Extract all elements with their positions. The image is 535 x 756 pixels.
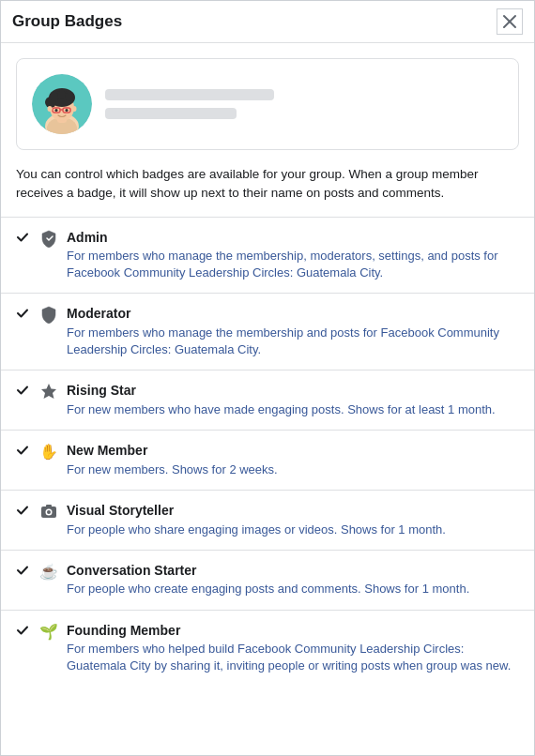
rising-star-icon bbox=[37, 382, 61, 405]
svg-point-12 bbox=[65, 92, 74, 101]
badge-content-conversation-starter: Conversation StarterFor people who creat… bbox=[67, 562, 519, 598]
badge-content-visual-storyteller: Visual StorytellerFor people who share e… bbox=[67, 502, 519, 538]
founding-member-icon: 🌱 bbox=[37, 622, 61, 645]
badge-name-rising-star: Rising Star bbox=[67, 382, 519, 401]
badge-item-moderator: ModeratorFor members who manage the memb… bbox=[1, 294, 534, 370]
svg-marker-20 bbox=[41, 384, 56, 399]
close-button[interactable] bbox=[497, 8, 523, 35]
badge-desc-admin: For members who manage the membership, m… bbox=[67, 248, 519, 281]
badge-name-conversation-starter: Conversation Starter bbox=[67, 562, 519, 581]
svg-rect-25 bbox=[46, 505, 52, 507]
coffee-icon: ☕ bbox=[37, 562, 61, 585]
checkbox-visual-storyteller[interactable] bbox=[16, 504, 31, 520]
hand-icon: ✋ bbox=[39, 442, 58, 461]
badge-desc-founding-member: For members who helped build Facebook Co… bbox=[67, 641, 519, 674]
avatar-illustration bbox=[32, 74, 92, 134]
description-text: You can control which badges are availab… bbox=[1, 165, 534, 217]
svg-point-17 bbox=[66, 109, 69, 112]
chat-icon: ☕ bbox=[39, 562, 58, 581]
checkbox-rising-star[interactable] bbox=[16, 384, 31, 400]
checkbox-new-member[interactable] bbox=[16, 444, 31, 460]
modal-container: Group Badges bbox=[0, 0, 535, 756]
svg-point-24 bbox=[47, 510, 51, 514]
shield-icon bbox=[39, 229, 58, 248]
badge-name-visual-storyteller: Visual Storyteller bbox=[67, 502, 519, 521]
modal-header: Group Badges bbox=[1, 1, 534, 43]
svg-text:✋: ✋ bbox=[39, 443, 58, 461]
svg-text:☕: ☕ bbox=[39, 563, 58, 581]
camera-icon bbox=[39, 502, 58, 521]
badge-content-new-member: New MemberFor new members. Shows for 2 w… bbox=[67, 442, 519, 478]
shield-icon bbox=[37, 229, 61, 252]
subtitle-placeholder bbox=[105, 108, 237, 119]
badge-name-new-member: New Member bbox=[67, 442, 519, 461]
badge-desc-rising-star: For new members who have made engaging p… bbox=[67, 401, 519, 418]
badge-desc-visual-storyteller: For people who share engaging images or … bbox=[67, 522, 519, 538]
checkbox-admin[interactable] bbox=[16, 231, 31, 247]
profile-preview bbox=[16, 58, 519, 150]
badge-desc-moderator: For members who manage the membership an… bbox=[67, 325, 519, 358]
new-member-icon: ✋ bbox=[37, 442, 61, 465]
badge-content-founding-member: Founding MemberFor members who helped bu… bbox=[67, 622, 519, 675]
badge-item-admin: AdminFor members who manage the membersh… bbox=[1, 218, 534, 295]
svg-text:🌱: 🌱 bbox=[39, 623, 58, 641]
badge-item-founding-member: 🌱Founding MemberFor members who helped b… bbox=[1, 611, 534, 687]
badge-item-conversation-starter: ☕Conversation StarterFor people who crea… bbox=[1, 551, 534, 611]
camera-icon bbox=[37, 502, 61, 525]
badge-item-rising-star: Rising StarFor new members who have made… bbox=[1, 370, 534, 431]
close-icon bbox=[502, 14, 517, 29]
badge-desc-conversation-starter: For people who create engaging posts and… bbox=[67, 581, 519, 597]
svg-point-18 bbox=[48, 106, 53, 112]
badge-list: AdminFor members who manage the membersh… bbox=[1, 218, 534, 687]
profile-text-placeholder bbox=[105, 89, 274, 119]
badge-name-founding-member: Founding Member bbox=[67, 622, 519, 641]
modal-title: Group Badges bbox=[12, 12, 122, 31]
svg-point-19 bbox=[72, 106, 77, 112]
badge-item-visual-storyteller: Visual StorytellerFor people who share e… bbox=[1, 491, 534, 551]
badge-item-new-member: ✋New MemberFor new members. Shows for 2 … bbox=[1, 431, 534, 491]
moderator-icon bbox=[39, 305, 58, 324]
badge-name-admin: Admin bbox=[67, 229, 519, 248]
badge-name-moderator: Moderator bbox=[67, 305, 519, 324]
badge-content-rising-star: Rising StarFor new members who have made… bbox=[67, 382, 519, 418]
checkbox-founding-member[interactable] bbox=[16, 624, 31, 640]
avatar bbox=[32, 74, 92, 134]
checkbox-moderator[interactable] bbox=[16, 307, 31, 323]
svg-point-16 bbox=[55, 109, 58, 112]
name-placeholder bbox=[105, 89, 274, 100]
leaf-icon: 🌱 bbox=[39, 622, 58, 641]
star-icon bbox=[39, 382, 58, 401]
checkbox-conversation-starter[interactable] bbox=[16, 564, 31, 580]
badge-content-admin: AdminFor members who manage the membersh… bbox=[67, 229, 519, 282]
moderator-shield-icon bbox=[37, 305, 61, 328]
badge-desc-new-member: For new members. Shows for 2 weeks. bbox=[67, 461, 519, 478]
badge-content-moderator: ModeratorFor members who manage the memb… bbox=[67, 305, 519, 358]
